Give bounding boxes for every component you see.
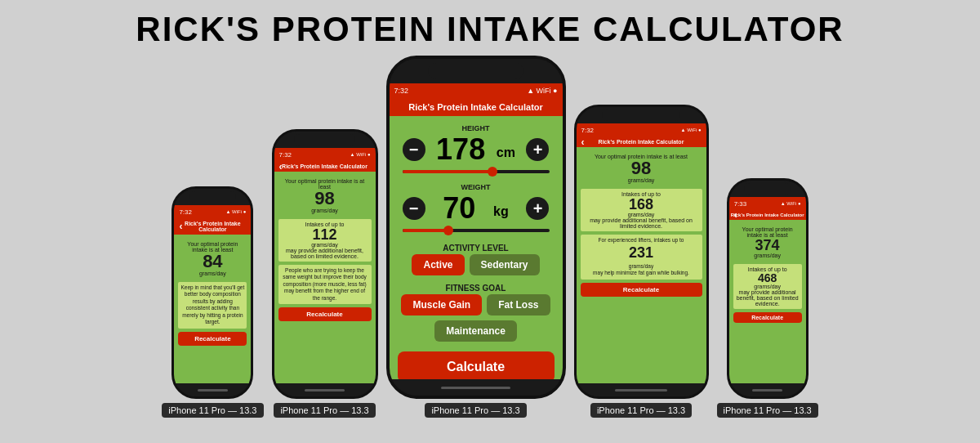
phone2-intakes-value: 112 <box>281 227 369 242</box>
phone5-label: iPhone 11 Pro — 13.3 <box>717 403 818 418</box>
phone2-optimal-unit: grams/day <box>281 208 369 213</box>
fat-loss-btn[interactable]: Fat Loss <box>487 294 550 315</box>
phone2-notch-bar <box>294 134 354 145</box>
activity-label: ACTIVITY LEVEL <box>398 244 555 253</box>
phone4-bulk-note: may help minimize fat gain while bulking… <box>583 270 700 276</box>
phone5-status-bar: 7:33 ▲ WiFi ● <box>729 197 806 210</box>
fitness-label: FITNESS GOAL <box>398 284 555 293</box>
activity-section: ACTIVITY LEVEL Active Sedentary <box>398 242 555 275</box>
height-label: HEIGHT <box>398 124 555 132</box>
phone5-content: Your optimal protein intake is at least … <box>729 220 806 383</box>
phone5-optimal-label: Your optimal protein intake is at least <box>736 226 800 238</box>
phone4-notch <box>577 107 706 123</box>
phone4-body-block: For experienced lifters, intakes up to 2… <box>581 235 702 280</box>
phone4-status-bar: 7:32 ▲ WiFi ● <box>577 123 706 136</box>
sedentary-btn[interactable]: Sedentary <box>470 254 540 275</box>
phone4-title: Rick's Protein Intake Calculator <box>599 139 684 145</box>
phone4-status-icons: ▲ WiFi ● <box>681 128 702 132</box>
weight-slider-fill <box>403 229 447 232</box>
phone1-label: iPhone 11 Pro — 13.3 <box>162 403 263 418</box>
phone1-content: Your optimal protein intake is at least … <box>174 235 251 383</box>
phone5-header: ‹ Rick's Protein Intake Calculator <box>729 210 806 220</box>
weight-slider-thumb[interactable] <box>443 226 453 235</box>
phone1-status-bar: 7:32 ▲ WiFi ● <box>174 205 251 218</box>
phone2-home-indicator <box>305 389 345 392</box>
phone5-home-indicator <box>752 389 783 392</box>
phone4-wrapper: 7:32 ▲ WiFi ● ‹ Rick's Protein Intake Ca… <box>574 105 709 418</box>
phone4-header: ‹ Rick's Protein Intake Calculator <box>577 136 706 147</box>
phone1-secondary-text: Keep in mind that you'll get better body… <box>178 282 247 329</box>
phone2-intakes-note: may provide additional benefit, based on… <box>281 248 369 259</box>
phone2-recalculate[interactable]: Recalculate <box>278 307 372 321</box>
maintenance-btn[interactable]: Maintenance <box>434 320 517 342</box>
phone1-back[interactable]: ‹ <box>179 221 182 232</box>
phone1-notch-bar <box>189 191 235 203</box>
phone5: 7:33 ▲ WiFi ● ‹ Rick's Protein Intake Ca… <box>727 178 808 399</box>
height-minus-btn[interactable]: − <box>403 138 425 161</box>
height-value-row: − 178 cm + <box>398 132 555 167</box>
phone2: 7:32 ▲ WiFi ● ‹ Rick's Protein Intake Ca… <box>272 129 378 399</box>
phone5-optimal-value: 374 <box>736 238 800 253</box>
phone4-bulk-value: 231 <box>583 244 700 262</box>
phone2-status-icons: ▲ WiFi ● <box>350 152 371 157</box>
phone-main-time: 7:32 <box>394 87 409 95</box>
phone4-content: Your optimal protein intake is at least … <box>577 147 706 383</box>
phone5-title: Rick's Protein Intake Calculator <box>731 213 804 217</box>
phone4-intakes-note: may provide additional benefit, based on… <box>583 217 700 229</box>
phone1-recalculate[interactable]: Recalculate <box>178 332 247 346</box>
phone5-secondary: Intakes of up to 468 grams/day may provi… <box>733 264 802 309</box>
phone2-secondary: Intakes of up to 112 grams/day may provi… <box>278 219 372 262</box>
phone1-status-icons: ▲ WiFi ● <box>225 209 246 214</box>
weight-minus-btn[interactable]: − <box>403 197 425 220</box>
phone4-label: iPhone 11 Pro — 13.3 <box>590 403 692 418</box>
height-slider-thumb[interactable] <box>488 167 497 177</box>
maintenance-row: Maintenance <box>398 320 555 342</box>
phone1: 7:32 ▲ WiFi ● ‹ Rick's Protein Intake Ca… <box>172 186 253 399</box>
active-btn[interactable]: Active <box>412 254 464 275</box>
weight-slider[interactable] <box>403 229 550 232</box>
phone-main-status-icons: ▲ WiFi ● <box>527 87 557 95</box>
phone2-result: Your optimal protein intake is at least … <box>278 176 372 216</box>
activity-btn-group: Active Sedentary <box>398 254 555 275</box>
phone2-content: Your optimal protein intake is at least … <box>274 172 376 383</box>
phone4: 7:32 ▲ WiFi ● ‹ Rick's Protein Intake Ca… <box>574 105 709 399</box>
height-slider-fill <box>403 170 491 173</box>
phone-main: 7:32 ▲ WiFi ● Rick's Protein Intake Calc… <box>386 56 566 399</box>
phone-main-home-indicator <box>441 387 510 389</box>
phone5-bottom <box>729 383 806 396</box>
phone-main-notch <box>390 59 563 83</box>
phone5-recalculate[interactable]: Recalculate <box>733 312 802 323</box>
phone-main-content: HEIGHT − 178 cm + WEIGHT <box>390 116 563 379</box>
phone-main-notch-bar <box>428 63 523 79</box>
fitness-section: FITNESS GOAL Muscle Gain Fat Loss Mainte… <box>398 282 555 342</box>
phone4-home-indicator <box>615 389 667 392</box>
height-section: HEIGHT − 178 cm + <box>398 124 555 177</box>
phone5-back[interactable]: ‹ <box>734 209 737 221</box>
phone2-bottom <box>274 383 376 396</box>
height-value: 178 <box>436 132 485 167</box>
phone1-optimal-value: 84 <box>180 253 244 271</box>
phone4-recalculate[interactable]: Recalculate <box>581 283 702 297</box>
fitness-btn-group: Muscle Gain Fat Loss <box>398 294 555 315</box>
phone2-wrapper: 7:32 ▲ WiFi ● ‹ Rick's Protein Intake Ca… <box>272 129 378 418</box>
phone4-back[interactable]: ‹ <box>581 136 585 148</box>
height-plus-btn[interactable]: + <box>526 138 549 161</box>
phone5-optimal-unit: grams/day <box>736 253 800 258</box>
phone4-body-text: For experienced lifters, intakes up to <box>599 237 684 243</box>
phone-main-label: iPhone 11 Pro — 13.3 <box>425 403 526 418</box>
phone5-intakes-unit: grams/day <box>736 284 800 289</box>
calculate-btn[interactable]: Calculate <box>398 351 555 379</box>
phone5-intakes-value: 468 <box>736 272 800 284</box>
weight-plus-btn[interactable]: + <box>526 197 549 220</box>
height-slider[interactable] <box>403 170 550 173</box>
phone1-home-indicator <box>198 389 229 392</box>
phone5-intakes-note: may provide additional benefit, based on… <box>736 289 800 307</box>
phone2-back[interactable]: ‹ <box>279 161 283 172</box>
phone5-result: Your optimal protein intake is at least … <box>733 224 802 261</box>
phone-main-header: Rick's Protein Intake Calculator <box>390 98 563 116</box>
phone1-header: ‹ Rick's Protein Intake Calculator <box>174 218 251 235</box>
muscle-gain-btn[interactable]: Muscle Gain <box>401 294 482 315</box>
phones-row: 7:32 ▲ WiFi ● ‹ Rick's Protein Intake Ca… <box>0 56 980 426</box>
phone4-notch-bar <box>602 110 679 121</box>
phone2-notch <box>274 132 376 148</box>
